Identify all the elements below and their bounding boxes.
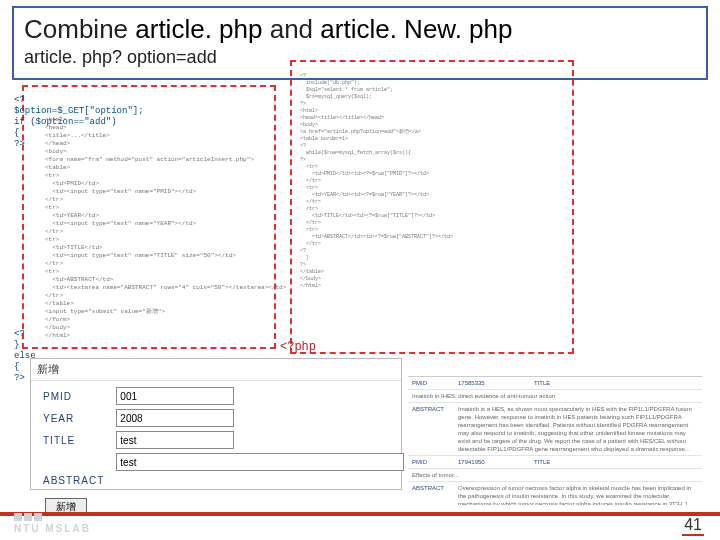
logo-square-icon	[34, 513, 42, 521]
listing-value-title: Imatinib in IHES: direct evidence of ant…	[412, 392, 555, 400]
listing-value-abstract-2: Overexpression of tumor necrosis factor …	[458, 484, 698, 505]
listing-label-pmid-2: PMID	[412, 458, 452, 466]
listing-row-title-2: Effects of tumor...	[408, 469, 702, 482]
logo-text: NTU MSLAB	[14, 523, 91, 534]
slide-title: Combine article. php and article. New. p…	[24, 14, 696, 45]
form-row-abstract-label: ABSTRACT	[37, 473, 410, 488]
code-form-html: <html> <head> <title>...</title> </head>…	[45, 116, 286, 340]
listing-value-abstract: Imatinib is a HES, as shown most spectac…	[458, 405, 698, 453]
php-open-tag-label: <?php	[280, 340, 316, 354]
footer-logo: NTU MSLAB	[14, 512, 91, 534]
logo-square-icon	[24, 513, 32, 521]
listing-label-abstract-2: ABSTRACT	[412, 484, 452, 505]
listing-row-abstract: ABSTRACT Imatinib is a HES, as shown mos…	[408, 403, 702, 456]
listing-label-title: TITLE	[534, 379, 574, 387]
input-pmid[interactable]	[116, 387, 234, 405]
listing-row-pmid-2: PMID 17941950 TITLE	[408, 456, 702, 469]
title-text-mid: and	[262, 14, 320, 44]
label-title: TITLE	[37, 429, 110, 451]
form-row-year: YEAR	[37, 407, 410, 429]
title-text-pre: Combine	[24, 14, 135, 44]
input-title[interactable]	[116, 431, 234, 449]
listing-row-abstract-2: ABSTRACT Overexpression of tumor necrosi…	[408, 482, 702, 505]
logo-square-icon	[14, 513, 22, 521]
form-preview-table: PMID YEAR TITLE ABSTRACT	[37, 385, 410, 488]
form-row-title: TITLE	[37, 429, 410, 451]
code-listing-html: <? include("db.php"); $sql="select * fro…	[300, 73, 453, 290]
listing-label-pmid: PMID	[412, 379, 452, 387]
listing-label-title-2: TITLE	[534, 458, 574, 466]
form-row-abstract-value	[37, 451, 410, 473]
page-number: 41	[682, 516, 704, 536]
listing-value-title-2: Effects of tumor...	[412, 471, 459, 479]
form-preview-header: 新增	[31, 359, 401, 381]
form-preview-panel: 新增 PMID YEAR TITLE ABSTRACT 新增	[30, 358, 402, 490]
label-pmid: PMID	[37, 385, 110, 407]
listing-value-pmid-2: 17941950	[458, 458, 528, 466]
listing-label-abstract: ABSTRACT	[412, 405, 452, 453]
title-filename-a: article. php	[135, 14, 262, 44]
title-filename-b: article. New. php	[320, 14, 512, 44]
label-abstract: ABSTRACT	[37, 473, 110, 488]
listing-row-title: Imatinib in IHES: direct evidence of ant…	[408, 390, 702, 403]
form-row-pmid: PMID	[37, 385, 410, 407]
input-abstract[interactable]	[116, 453, 404, 471]
listing-row-pmid: PMID 17585335 TITLE	[408, 377, 702, 390]
label-year: YEAR	[37, 407, 110, 429]
input-year[interactable]	[116, 409, 234, 427]
listing-value-pmid: 17585335	[458, 379, 528, 387]
listing-preview-panel: PMID 17585335 TITLE Imatinib in IHES: di…	[408, 376, 702, 505]
footer-rule	[0, 512, 720, 516]
slide: Combine article. php and article. New. p…	[0, 0, 720, 540]
